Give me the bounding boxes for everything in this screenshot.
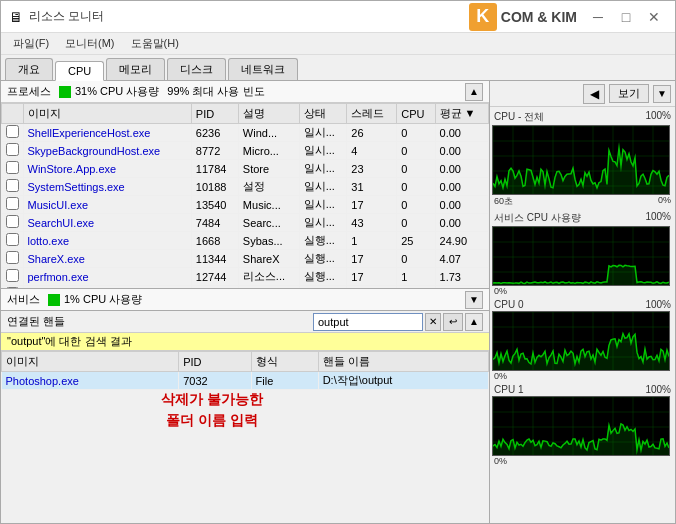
menu-monitor[interactable]: 모니터(M) bbox=[57, 34, 123, 53]
graph-cpu-total-bottom-row: 60초 0% bbox=[492, 195, 673, 208]
table-row[interactable]: MusicUI.exe 13540 Music... 일시... 17 0 0.… bbox=[2, 196, 489, 214]
row-avg: 0.00 bbox=[435, 214, 488, 232]
row-cpu: 25 bbox=[397, 232, 435, 250]
graph-cpu1-bottom-row: 0% bbox=[492, 456, 673, 466]
tab-cpu[interactable]: CPU bbox=[55, 61, 104, 81]
row-checkbox[interactable] bbox=[2, 178, 24, 196]
close-button[interactable]: ✕ bbox=[641, 7, 667, 27]
row-checkbox[interactable] bbox=[2, 268, 24, 286]
titlebar-buttons: ─ □ ✕ bbox=[585, 7, 667, 27]
graph-cpu0-label-row: CPU 0 100% bbox=[492, 298, 673, 311]
row-checkbox[interactable] bbox=[2, 250, 24, 268]
service-collapse-button[interactable]: ▼ bbox=[465, 291, 483, 309]
cpu-usage-indicator: 31% CPU 사용량 bbox=[59, 84, 159, 99]
handle-table-row[interactable]: Photoshop.exe 7032 File D:\작업\output bbox=[2, 372, 489, 390]
cpu-usage-text: 31% CPU 사용량 bbox=[75, 84, 159, 99]
maximize-button[interactable]: □ bbox=[613, 7, 639, 27]
process-table: 이미지 PID 설명 상태 스레드 CPU 평균 ▼ ShellExperien… bbox=[1, 103, 489, 288]
handle-col-name[interactable]: 핸들 이름 bbox=[318, 352, 488, 372]
handle-col-pid[interactable]: PID bbox=[179, 352, 251, 372]
row-image: ShareX.exe bbox=[23, 250, 191, 268]
nav-prev-button[interactable]: ◀ bbox=[583, 84, 605, 104]
graph-service-canvas bbox=[492, 226, 670, 286]
row-cpu: 0 bbox=[397, 196, 435, 214]
row-status: 실행... bbox=[299, 232, 347, 250]
graph-cpu1-label-row: CPU 1 100% bbox=[492, 383, 673, 396]
handle-row-pid: 7032 bbox=[179, 372, 251, 390]
table-row[interactable]: ShellExperienceHost.exe 6236 Wind... 일시.… bbox=[2, 124, 489, 142]
row-avg: 0.00 bbox=[435, 178, 488, 196]
main-content: 프로세스 31% CPU 사용량 99% 최대 사용 빈도 ▲ 이미지 bbox=[1, 81, 675, 523]
handle-collapse-button[interactable]: ▲ bbox=[465, 313, 483, 331]
graph-cpu1-label: CPU 1 bbox=[494, 384, 523, 395]
row-checkbox[interactable] bbox=[2, 160, 24, 178]
row-checkbox[interactable] bbox=[2, 142, 24, 160]
right-panel-header: ◀ 보기 ▼ bbox=[490, 81, 675, 107]
table-row[interactable]: SystemSettings.exe 10188 설정 일시... 31 0 0… bbox=[2, 178, 489, 196]
process-label: 프로세스 bbox=[7, 84, 51, 99]
graph-cpu-total-time: 60초 bbox=[494, 195, 513, 208]
process-collapse-button[interactable]: ▲ bbox=[465, 83, 483, 101]
handle-col-type[interactable]: 형식 bbox=[251, 352, 318, 372]
row-cpu: 1 bbox=[397, 268, 435, 286]
row-avg: 0.00 bbox=[435, 196, 488, 214]
service-section: 서비스 1% CPU 사용량 ▼ bbox=[1, 288, 489, 310]
view-chevron[interactable]: ▼ bbox=[653, 85, 671, 103]
col-pid[interactable]: PID bbox=[191, 104, 238, 124]
row-pid: 12744 bbox=[191, 268, 238, 286]
row-threads: 17 bbox=[347, 196, 397, 214]
handle-header: 연결된 핸들 ✕ ↩ ▲ bbox=[1, 311, 489, 333]
graph-cpu-total-percent-top: 100% bbox=[645, 110, 671, 124]
col-desc[interactable]: 설명 bbox=[238, 104, 299, 124]
graph-cpu0: CPU 0 100% 0% bbox=[492, 298, 673, 381]
row-image: perfmon.exe bbox=[23, 268, 191, 286]
table-row[interactable]: ShareX.exe 11344 ShareX 실행... 17 0 4.07 bbox=[2, 250, 489, 268]
menu-file[interactable]: 파일(F) bbox=[5, 34, 57, 53]
tab-disk[interactable]: 디스크 bbox=[167, 58, 226, 80]
graph-cpu0-percent-top: 100% bbox=[645, 299, 671, 310]
row-threads: 17 bbox=[347, 250, 397, 268]
table-row[interactable]: perfmon.exe 12744 리소스... 실행... 17 1 1.73 bbox=[2, 268, 489, 286]
window-title: 리소스 모니터 bbox=[29, 8, 469, 25]
row-cpu: 0 bbox=[397, 178, 435, 196]
handle-col-image[interactable]: 이미지 bbox=[2, 352, 179, 372]
logo-area: K COM & KIM bbox=[469, 3, 577, 31]
handle-row-handle: D:\작업\output bbox=[318, 372, 488, 390]
row-desc: Wind... bbox=[238, 124, 299, 142]
row-status: 일시... bbox=[299, 178, 347, 196]
col-checkbox bbox=[2, 104, 24, 124]
tab-memory[interactable]: 메모리 bbox=[106, 58, 165, 80]
col-cpu[interactable]: CPU bbox=[397, 104, 435, 124]
menubar: 파일(F) 모니터(M) 도움말(H) bbox=[1, 33, 675, 55]
search-clear-button[interactable]: ✕ bbox=[425, 313, 441, 331]
search-go-button[interactable]: ↩ bbox=[443, 313, 463, 331]
menu-help[interactable]: 도움말(H) bbox=[123, 34, 187, 53]
row-checkbox[interactable] bbox=[2, 214, 24, 232]
row-avg: 1.73 bbox=[435, 268, 488, 286]
row-desc: ShareX bbox=[238, 250, 299, 268]
row-checkbox[interactable] bbox=[2, 124, 24, 142]
table-row[interactable]: lotto.exe 1668 Sybas... 실행... 1 25 24.90 bbox=[2, 232, 489, 250]
row-pid: 13540 bbox=[191, 196, 238, 214]
handle-search-input[interactable] bbox=[313, 313, 423, 331]
row-checkbox[interactable] bbox=[2, 196, 24, 214]
row-checkbox[interactable] bbox=[2, 232, 24, 250]
graph-cpu1-percent-bottom: 0% bbox=[494, 456, 507, 466]
table-row[interactable]: WinStore.App.exe 11784 Store 일시... 23 0 … bbox=[2, 160, 489, 178]
col-avg[interactable]: 평균 ▼ bbox=[435, 104, 488, 124]
row-cpu: 0 bbox=[397, 142, 435, 160]
row-cpu: 0 bbox=[397, 250, 435, 268]
table-row[interactable]: SearchUI.exe 7484 Searc... 일시... 43 0 0.… bbox=[2, 214, 489, 232]
col-image[interactable]: 이미지 bbox=[23, 104, 191, 124]
row-desc: 리소스... bbox=[238, 268, 299, 286]
minimize-button[interactable]: ─ bbox=[585, 7, 611, 27]
tab-network[interactable]: 네트워크 bbox=[228, 58, 298, 80]
col-status[interactable]: 상태 bbox=[299, 104, 347, 124]
view-button[interactable]: 보기 bbox=[609, 84, 649, 103]
graph-cpu-total-percent-bottom: 0% bbox=[658, 195, 671, 208]
col-threads[interactable]: 스레드 bbox=[347, 104, 397, 124]
graph-service-bottom-row: 0% bbox=[492, 286, 673, 296]
handle-search-area: ✕ ↩ ▲ bbox=[313, 313, 483, 331]
tab-overview[interactable]: 개요 bbox=[5, 58, 53, 80]
table-row[interactable]: SkypeBackgroundHost.exe 8772 Micro... 일시… bbox=[2, 142, 489, 160]
